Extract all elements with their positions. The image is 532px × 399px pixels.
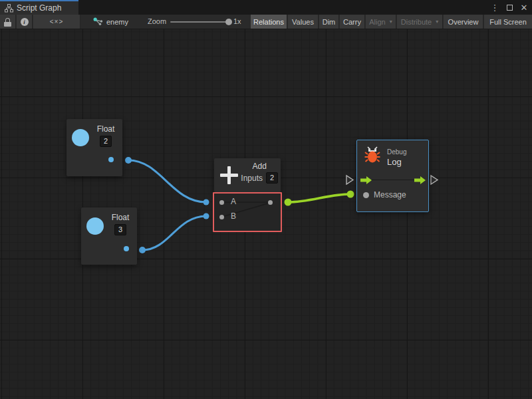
chevron-down-icon: ▾ [390, 19, 392, 25]
code-icon: <×> [50, 18, 64, 25]
input-port-a[interactable] [219, 200, 224, 205]
wire-endpoint-dot[interactable] [125, 157, 132, 164]
inputs-label: Inputs [241, 174, 263, 183]
output-port[interactable] [124, 246, 129, 251]
edit-code-button[interactable]: <×> [33, 15, 80, 29]
toolbar-button-align[interactable]: Align ▾ [366, 15, 396, 29]
toolbar-button-fullscreen[interactable]: Full Screen [484, 15, 532, 29]
wire-endpoint-dot[interactable] [285, 199, 292, 206]
control-input-triangle[interactable] [346, 176, 353, 184]
toolbar-button-distribute[interactable]: Distribute ▾ [397, 15, 443, 29]
toolbar-button-overview[interactable]: Overview [444, 15, 483, 29]
output-port-sum[interactable] [268, 200, 273, 205]
toolbar-button-dim[interactable]: Dim [319, 15, 339, 29]
graph-name: enemy [106, 18, 128, 26]
node-title: Log [387, 157, 402, 167]
window-menu-icon[interactable]: ⋮ [489, 2, 500, 13]
zoom-slider[interactable] [170, 21, 229, 23]
plus-icon [220, 166, 238, 184]
zoom-slider-handle[interactable] [225, 19, 232, 25]
graph-icon [5, 4, 13, 13]
wire-endpoint-dot[interactable] [139, 247, 146, 253]
lock-button[interactable] [0, 15, 16, 29]
bug-icon [364, 146, 380, 164]
input-port-message[interactable] [363, 192, 369, 198]
control-output-triangle[interactable] [431, 176, 438, 184]
node-title: Float [106, 213, 135, 222]
inspector-button[interactable]: i [17, 15, 33, 29]
node-add-ports[interactable]: A B [213, 192, 282, 232]
wire-endpoint-dot[interactable] [347, 191, 354, 198]
toolbar-button-relations[interactable]: Relations [251, 15, 287, 29]
chevron-down-icon: ▾ [436, 19, 438, 25]
port-a-label: A [231, 197, 236, 206]
wire-endpoint-dot[interactable] [203, 200, 209, 205]
close-icon[interactable]: ✕ [519, 2, 529, 13]
flow-relation-line [370, 180, 416, 180]
node-title: Float [91, 124, 120, 134]
graph-asset-icon [93, 17, 103, 26]
node-title: Add [241, 162, 278, 171]
control-output-arrow[interactable] [414, 176, 426, 184]
input-port-b[interactable] [219, 215, 224, 219]
wire-float3-to-b[interactable] [142, 216, 206, 250]
float-literal-icon [86, 217, 104, 235]
node-debug-log[interactable]: Debug Log Message [356, 140, 429, 212]
zoom-label: Zoom [148, 17, 166, 25]
info-icon: i [21, 18, 29, 26]
maximize-icon[interactable] [504, 2, 515, 13]
relation-lines [214, 194, 281, 231]
wire-float2-to-a[interactable] [128, 160, 206, 202]
node-add-header[interactable]: Add Inputs 2 [214, 158, 281, 192]
window-titlebar: Script Graph ⋮ ✕ [0, 0, 532, 15]
inputs-count-input[interactable]: 2 [266, 172, 278, 184]
node-category: Debug [387, 148, 406, 156]
lock-icon [4, 18, 11, 27]
node-float-2[interactable]: Float 2 [66, 119, 122, 176]
zoom-value: 1x [233, 17, 241, 25]
toolbar-button-carry[interactable]: Carry [340, 15, 365, 29]
graph-breadcrumb[interactable]: enemy [88, 15, 134, 29]
tab-title: Script Graph [17, 3, 61, 13]
float-value-input[interactable]: 2 [100, 136, 112, 147]
tab-script-graph[interactable]: Script Graph [0, 0, 78, 15]
control-input-arrow[interactable] [360, 176, 372, 184]
graph-canvas[interactable]: Float 2 Float 3 Add Inputs 2 A [0, 29, 532, 399]
output-port[interactable] [108, 157, 114, 162]
node-float-3[interactable]: Float 3 [81, 207, 137, 265]
graph-toolbar: i <×> enemy Zoom 1x Relations Values Dim… [0, 15, 532, 29]
port-b-label: B [231, 211, 236, 221]
float-literal-icon [72, 129, 89, 146]
window-controls: ⋮ ✕ [489, 0, 529, 15]
wire-add-to-message[interactable] [288, 194, 350, 202]
message-port-label: Message [374, 190, 406, 200]
float-value-input[interactable]: 3 [114, 224, 126, 235]
toolbar-button-values[interactable]: Values [288, 15, 319, 29]
wire-endpoint-dot[interactable] [203, 213, 209, 219]
